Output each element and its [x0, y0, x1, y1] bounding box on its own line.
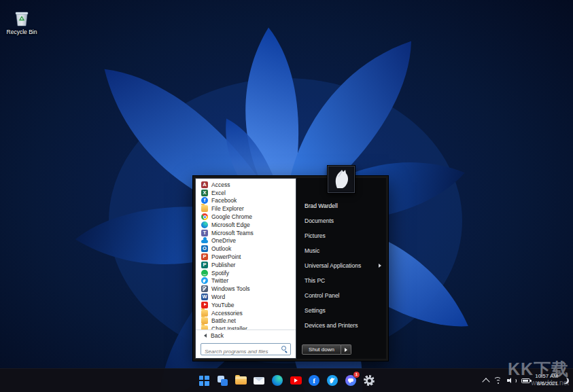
- spotify-icon: [201, 270, 208, 277]
- folder-icon: [201, 317, 208, 324]
- chrome-icon: [201, 213, 208, 220]
- start-menu-item-this-pc[interactable]: This PC: [296, 273, 386, 288]
- program-item-battle-net[interactable]: Battle.net: [196, 317, 296, 325]
- shutdown-row: Shut down: [302, 344, 351, 355]
- start-menu-item-label: This PC: [305, 277, 325, 284]
- edge-taskbar-button[interactable]: [269, 371, 285, 390]
- program-item-access[interactable]: AAccess: [196, 181, 296, 189]
- program-item-chart-installer[interactable]: Chart Installer: [196, 325, 296, 329]
- notification-badge: 1: [353, 372, 360, 378]
- start-menu-right-list-wrap: Brad Wardell DocumentsPicturesMusicUnive…: [296, 198, 386, 333]
- start-taskbar-button[interactable]: [196, 371, 212, 390]
- wifi-dot: [498, 382, 499, 384]
- program-item-word[interactable]: WWord: [196, 293, 296, 301]
- back-button[interactable]: Back: [196, 329, 296, 340]
- file-explorer-taskbar-button[interactable]: [232, 371, 249, 390]
- program-item-label: Access: [211, 181, 230, 188]
- start-menu-item-pictures[interactable]: Pictures: [296, 228, 386, 243]
- program-item-publisher[interactable]: PPublisher: [196, 261, 296, 269]
- circle-letter-icon: f: [201, 197, 208, 204]
- mail-taskbar-button[interactable]: [251, 371, 267, 390]
- program-item-label: PowerPoint: [211, 253, 241, 260]
- program-item-outlook[interactable]: OOutlook: [196, 245, 296, 253]
- program-item-label: Microsoft Edge: [211, 221, 250, 228]
- program-item-windows-tools[interactable]: Windows Tools: [196, 285, 296, 293]
- program-item-facebook[interactable]: fFacebook: [196, 197, 296, 205]
- program-item-microsoft-edge[interactable]: Microsoft Edge: [196, 221, 296, 229]
- facebook-taskbar-button[interactable]: [306, 371, 322, 390]
- tray-chevron-up-icon[interactable]: [483, 378, 490, 385]
- tile-icon: O: [201, 245, 208, 252]
- start-menu-item-label: Music: [305, 247, 319, 254]
- program-item-google-chrome[interactable]: Google Chrome: [196, 213, 296, 221]
- facebook-icon: [309, 375, 319, 386]
- folder-icon: [201, 310, 208, 317]
- program-item-powerpoint[interactable]: PPowerPoint: [196, 253, 296, 261]
- notification-moon-icon[interactable]: [563, 378, 569, 384]
- wifi-icon[interactable]: [493, 377, 502, 384]
- submenu-arrow-icon: [379, 264, 381, 268]
- program-item-label: Windows Tools: [211, 285, 250, 292]
- program-item-label: Facebook: [211, 197, 237, 204]
- program-item-microsoft-teams[interactable]: TMicrosoft Teams: [196, 229, 296, 237]
- clock-date: 8/6/2021: [535, 380, 558, 388]
- program-item-youtube[interactable]: YouTube: [196, 301, 296, 309]
- start-menu-right-panel: Brad Wardell DocumentsPicturesMusicUnive…: [296, 178, 386, 359]
- settings-taskbar-button[interactable]: [361, 371, 377, 390]
- start-menu-item-settings[interactable]: Settings: [296, 303, 386, 318]
- search-row: [196, 340, 296, 358]
- user-name-label: Brad Wardell: [305, 202, 338, 209]
- play-icon: [201, 302, 208, 308]
- battery-icon[interactable]: [521, 378, 530, 383]
- youtube-taskbar-button[interactable]: [288, 371, 304, 390]
- start-menu-item-label: Devices and Printers: [305, 322, 358, 329]
- start-menu-item-music[interactable]: Music: [296, 243, 386, 258]
- shutdown-options-arrow[interactable]: [341, 344, 351, 355]
- program-item-twitter[interactable]: Twitter: [196, 277, 296, 285]
- folder-icon: [201, 325, 208, 329]
- start-icon: [199, 376, 209, 386]
- start-menu: AAccessXExcelfFacebookFile ExplorerGoogl…: [192, 175, 389, 361]
- start-menu-item-label: Documents: [305, 217, 334, 224]
- program-item-accessories[interactable]: Accessories: [196, 309, 296, 317]
- edge-icon: [201, 221, 208, 228]
- chat-taskbar-button[interactable]: 1: [343, 371, 359, 390]
- shutdown-button[interactable]: Shut down: [302, 344, 341, 355]
- recycle-bin-label: Recycle Bin: [3, 29, 41, 35]
- user-name-item[interactable]: Brad Wardell: [296, 198, 386, 213]
- program-item-label: File Explorer: [211, 205, 244, 212]
- program-item-label: OneDrive: [211, 237, 236, 244]
- program-item-file-explorer[interactable]: File Explorer: [196, 204, 296, 213]
- twitter-taskbar-button[interactable]: [324, 371, 341, 390]
- task-view-icon: [218, 376, 228, 386]
- taskbar: 1 10:57 AM 8/6/2021: [0, 368, 573, 392]
- tile-icon: T: [201, 230, 208, 236]
- start-menu-item-documents[interactable]: Documents: [296, 213, 386, 228]
- tile-icon: A: [201, 181, 208, 188]
- search-icon[interactable]: [281, 346, 288, 352]
- recycle-bin[interactable]: Recycle Bin: [3, 8, 41, 35]
- program-item-label: Word: [211, 293, 225, 300]
- search-input[interactable]: [201, 346, 281, 357]
- start-menu-right-list: DocumentsPicturesMusicUniversal Applicat…: [296, 213, 386, 333]
- start-menu-item-devices-and-printers[interactable]: Devices and Printers: [296, 318, 386, 333]
- start-menu-item-label: Control Panel: [305, 292, 340, 299]
- program-item-label: Twitter: [211, 277, 228, 284]
- program-item-label: Accessories: [211, 310, 243, 317]
- start-menu-item-control-panel[interactable]: Control Panel: [296, 288, 386, 303]
- youtube-icon: [290, 376, 302, 385]
- task-view-taskbar-button[interactable]: [214, 371, 230, 390]
- program-item-spotify[interactable]: Spotify: [196, 269, 296, 277]
- program-item-excel[interactable]: XExcel: [196, 189, 296, 197]
- volume-icon[interactable]: [507, 377, 517, 384]
- tile-icon: X: [201, 190, 208, 196]
- settings-icon: [364, 375, 375, 386]
- program-item-label: Google Chrome: [211, 213, 252, 220]
- start-menu-item-universal-applications[interactable]: Universal Applications: [296, 258, 386, 273]
- user-avatar[interactable]: [328, 166, 355, 193]
- program-item-onedrive[interactable]: OneDrive: [196, 237, 296, 245]
- tile-icon: P: [201, 253, 208, 260]
- volume-arc: [512, 378, 517, 383]
- start-menu-item-label: Pictures: [305, 232, 326, 239]
- clock[interactable]: 10:57 AM 8/6/2021: [535, 373, 558, 388]
